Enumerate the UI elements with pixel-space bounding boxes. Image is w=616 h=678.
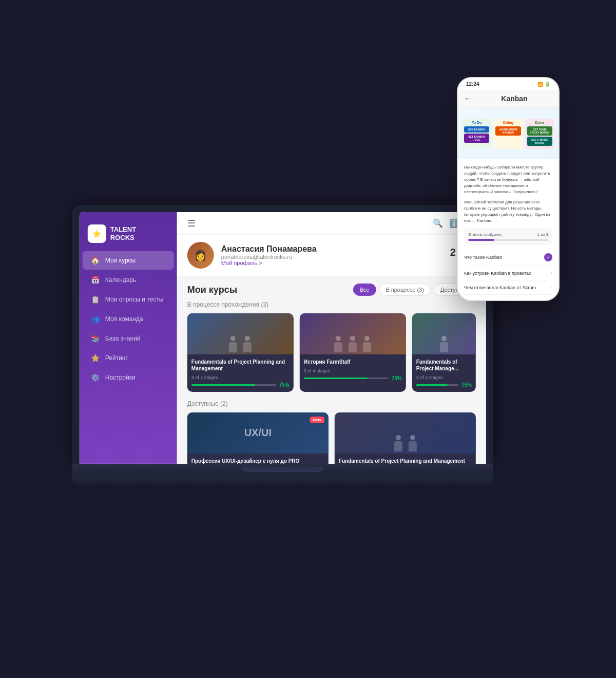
sidebar-item-label: Календарь [105, 276, 137, 284]
lesson-item-1[interactable]: Что такое Kanban ✓ [464, 249, 552, 266]
logo-area: ⭐ TALENT ROCKS [80, 220, 177, 251]
course-card-2[interactable]: История FarmStaff 3 of 4 stages 75% [300, 313, 406, 392]
avail-info-1: Профессия UX/UI-дизайнер с нуля до PRO 📊… [187, 454, 329, 464]
course-title-3: Fundamentals of Project Manage... [416, 359, 472, 372]
progress-fill [416, 384, 448, 386]
avail-card-2[interactable]: Fundamentals of Project Planning and Man… [335, 412, 476, 464]
lesson-arrow-3: › [551, 285, 552, 290]
back-arrow-icon[interactable]: ← [464, 94, 472, 103]
sidebar-item-knowledge[interactable]: 📚 База знаний [83, 329, 174, 348]
home-icon: 🏠 [91, 256, 100, 265]
course-thumbnail-1 [187, 313, 294, 354]
sidebar-item-label: Моя команда [105, 315, 143, 323]
course-thumbnail-3 [412, 313, 476, 354]
lesson-item-3[interactable]: Чем отличается Kanban от Scrum › [464, 280, 552, 295]
status-icons: 📶 🔋 [537, 82, 550, 87]
course-stages-2: 3 of 4 stages [304, 368, 402, 373]
filter-all[interactable]: Все [353, 284, 376, 296]
search-icon[interactable]: 🔍 [433, 218, 443, 228]
kanban-card: GET A WHITE BOARD [527, 137, 552, 146]
laptop-screen: ⭐ TALENT ROCKS 🏠 Мои курсы 📅 [80, 212, 486, 464]
phone-screen-title: Kanban [476, 95, 552, 103]
phone-progress-label: Этапов пройдено: 1 из 3 [468, 232, 548, 237]
top-bar: ☰ 🔍 ℹ️ 🔔 [177, 212, 486, 235]
wifi-icon: 📶 [537, 82, 543, 87]
courses-header: Мои курсы Все В процессе (3) Доступные [187, 284, 476, 296]
survey-icon: 📋 [91, 295, 100, 304]
profile-info: Анастасия Понамарева ponamareva@talentro… [221, 244, 443, 266]
avail-card-1[interactable]: UX/UI New Профессия UX/UI-дизайнер с нул… [187, 412, 329, 464]
progress-fill [304, 378, 368, 379]
kanban-image: To Do USE KANBAN SET KANBAN TOOL Doing L… [458, 108, 559, 159]
avail-info-2: Fundamentals of Project Planning and Man… [335, 454, 476, 464]
filter-in-progress[interactable]: В процессе (3) [379, 284, 431, 296]
course-title-1: Fundamentals of Project Planning and Man… [191, 359, 290, 372]
sidebar-item-label: База знаний [105, 335, 141, 342]
menu-icon[interactable]: ☰ [187, 217, 196, 229]
kanban-card: SET KANBAN TOOL [464, 134, 489, 143]
progress-track [416, 384, 458, 386]
logo-icon: ⭐ [88, 224, 106, 243]
settings-icon: ⚙️ [91, 373, 100, 382]
kanban-card: GET SOME STICKY NOTES! [527, 126, 552, 136]
progress-pct-3: 75% [461, 382, 472, 388]
course-progress-2: 75% [304, 375, 402, 381]
kanban-col-todo: To Do USE KANBAN SET KANBAN TOOL [462, 119, 491, 149]
course-image-art [187, 324, 294, 354]
logo-text: TALENT ROCKS [110, 225, 136, 241]
ux-icon: UX/UI [244, 427, 272, 439]
course-info-2: История FarmStaff 3 of 4 stages 75% [300, 354, 406, 385]
kanban-card: LEARN ABOUT KANBAN [495, 126, 521, 136]
lesson-item-2[interactable]: Как устроен Kanban в проектах › [464, 266, 552, 280]
lesson-check-1: ✓ [544, 253, 552, 261]
progress-pct-2: 75% [392, 375, 402, 381]
lesson-title-2: Как устроен Kanban в проектах [464, 271, 551, 276]
kanban-col-doing: Doing LEARN ABOUT KANBAN [493, 119, 523, 149]
course-stages-1: 3 of 4 stages [191, 375, 290, 380]
in-progress-label: В процессе прохождения (3) [187, 301, 476, 308]
course-card-3[interactable]: Fundamentals of Project Manage... 3 of 4… [412, 313, 476, 392]
progress-text: Этапов пройдено: [468, 232, 503, 237]
rating-icon: ⭐ [91, 354, 100, 362]
phone-progress-track [468, 239, 548, 241]
course-thumbnail-2 [300, 313, 406, 354]
lesson-arrow-2: › [551, 270, 552, 276]
phone-body: Вы когда-нибудь собирали вместе группу л… [458, 159, 559, 300]
progress-track [191, 384, 276, 386]
progress-fill [191, 384, 255, 386]
progress-value: 1 из 3 [537, 232, 548, 237]
phone-paragraph-1: Вы когда-нибудь собирали вместе группу л… [464, 164, 552, 195]
sidebar-item-rating[interactable]: ⭐ Рейтинг [83, 349, 174, 367]
course-card-1[interactable]: Fundamentals of Project Planning and Man… [187, 313, 294, 392]
sidebar-item-settings[interactable]: ⚙️ Настройки [83, 368, 174, 387]
profile-link[interactable]: Мой профиль > [221, 260, 443, 266]
laptop-bottom [72, 475, 493, 484]
course-progress-1: 75% [191, 382, 290, 388]
progress-pct-1: 75% [279, 382, 290, 388]
sidebar-item-surveys[interactable]: 📋 Мои опросы и тесты [83, 290, 174, 309]
kanban-card: USE KANBAN [464, 126, 489, 133]
sidebar-item-label: Мои курсы [105, 257, 136, 264]
todo-header: To Do [464, 121, 489, 124]
profile-email: ponamareva@talentrocks.ru [221, 254, 443, 260]
course-image-art-2 [300, 324, 406, 354]
sidebar-item-team[interactable]: 👥 Моя команда [83, 310, 174, 328]
knowledge-icon: 📚 [91, 334, 100, 343]
new-badge: New [310, 417, 324, 423]
sidebar-item-calendar[interactable]: 📅 Календарь [83, 271, 174, 289]
team-icon: 👥 [91, 315, 100, 323]
sidebar-item-label: Рейтинг [105, 354, 128, 362]
course-title-2: История FarmStaff [304, 359, 402, 365]
phone-progress-section: Этапов пройдено: 1 из 3 [464, 228, 552, 245]
available-label: Доступные (2) [187, 400, 476, 407]
courses-area: Мои курсы Все В процессе (3) Доступные В… [177, 276, 486, 464]
phone-header: ← Kanban [458, 90, 559, 108]
done-header: Done [527, 121, 552, 124]
sidebar-item-label: Мои опросы и тесты [105, 296, 164, 303]
progress-track [304, 378, 389, 379]
sidebar-item-my-courses[interactable]: 🏠 Мои курсы [83, 251, 174, 270]
courses-title: Мои курсы [187, 284, 237, 295]
lesson-title-1: Что такое Kanban [464, 255, 544, 260]
calendar-icon: 📅 [91, 276, 100, 284]
course-progress-3: 75% [416, 382, 472, 388]
